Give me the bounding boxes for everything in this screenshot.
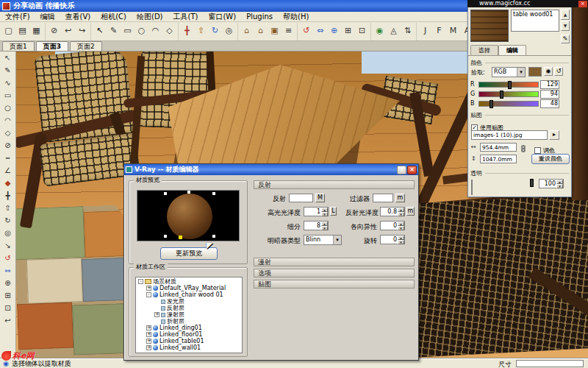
- undo-color-icon[interactable]: ↺: [554, 67, 563, 76]
- push-pull-icon[interactable]: ⇧: [194, 24, 208, 38]
- open-icon[interactable]: ▤: [15, 24, 29, 38]
- section-options[interactable]: 选项: [254, 269, 415, 277]
- house-icon[interactable]: ⌂: [240, 24, 254, 38]
- menu-item[interactable]: 编辑: [35, 12, 60, 21]
- arc-icon[interactable]: ◠: [1, 115, 15, 127]
- opacity-input[interactable]: 100▴▾: [539, 179, 564, 188]
- circle-icon[interactable]: ○: [1, 102, 15, 114]
- glossiness-map-button[interactable]: m: [406, 207, 415, 216]
- section-diffuse[interactable]: 漫射: [254, 258, 415, 266]
- line-icon[interactable]: ✎: [107, 24, 121, 38]
- rectangle-icon[interactable]: ▭: [1, 90, 15, 102]
- zoom-extents-icon[interactable]: ⊡: [1, 302, 15, 314]
- select-icon[interactable]: ↖: [93, 24, 107, 38]
- tree-item[interactable]: +漫射层: [137, 311, 241, 318]
- rotate-icon[interactable]: ↻: [208, 24, 222, 38]
- tab-edit[interactable]: 编辑: [498, 45, 526, 55]
- tree-item[interactable]: +Linked_wall01: [137, 344, 241, 351]
- position-camera-icon[interactable]: ◉: [373, 24, 387, 38]
- save-icon[interactable]: ▦: [29, 24, 43, 38]
- scroll-down-button[interactable]: ▼: [561, 21, 570, 31]
- vray-dialog-titlebar[interactable]: V-Ray -- 材质编辑器 ? ×: [124, 164, 418, 175]
- slider-value[interactable]: 48: [540, 99, 559, 108]
- expander-icon[interactable]: +: [146, 339, 151, 344]
- reflect-color-swatch[interactable]: [289, 194, 313, 202]
- pan-icon[interactable]: ⇔: [1, 265, 15, 277]
- tree-item[interactable]: 反射层: [137, 305, 241, 311]
- tree-item[interactable]: -场景材质: [137, 278, 241, 285]
- orbit-icon[interactable]: ↺: [299, 24, 313, 38]
- menu-item[interactable]: 相机(C): [96, 12, 132, 21]
- subdivs-input[interactable]: 8▴▾: [304, 221, 329, 230]
- menu-item[interactable]: 帮助(H): [278, 12, 314, 21]
- tape-measure-icon[interactable]: ┅: [1, 152, 15, 164]
- undo-icon[interactable]: ↩: [61, 24, 75, 38]
- orbit-icon[interactable]: ↺: [1, 252, 15, 264]
- freehand-icon[interactable]: ∿: [1, 77, 15, 89]
- menu-item[interactable]: 工具(T): [168, 12, 204, 21]
- map-width-field[interactable]: 954.4mm: [480, 143, 517, 152]
- section-reflection[interactable]: 反射: [254, 180, 415, 189]
- paint-bucket-icon[interactable]: ◆: [1, 177, 15, 189]
- box-icon[interactable]: ▣: [268, 24, 282, 38]
- tab-select[interactable]: 选择: [470, 45, 498, 55]
- zoom-window-icon[interactable]: ⊞: [341, 24, 355, 38]
- reflect-map-button[interactable]: M: [315, 194, 325, 202]
- arc-icon[interactable]: ◠: [148, 24, 162, 38]
- tree-item[interactable]: +Linked_ding01: [137, 325, 241, 331]
- menu-item[interactable]: 窗口(W): [203, 12, 241, 21]
- eraser-icon[interactable]: ⊘: [47, 24, 61, 38]
- expander-icon[interactable]: +: [146, 332, 151, 337]
- line-icon[interactable]: ✎: [1, 65, 15, 77]
- eraser-icon[interactable]: ⊘: [1, 140, 15, 152]
- menu-item[interactable]: 文件(F): [0, 12, 35, 21]
- filter-color-swatch[interactable]: [373, 194, 393, 202]
- move-icon[interactable]: ╋: [180, 24, 194, 38]
- menu-item[interactable]: 绘图(D): [132, 12, 168, 21]
- zoom-extents-icon[interactable]: ⊡: [355, 24, 369, 38]
- dimensions-input[interactable]: [516, 360, 584, 367]
- scroll-up-button[interactable]: ▲: [561, 10, 570, 20]
- reset-color-button[interactable]: 重设颜色: [531, 154, 570, 164]
- redo-icon[interactable]: ↪: [75, 24, 89, 38]
- selection-handle[interactable]: [179, 236, 182, 239]
- rotate-icon[interactable]: ↻: [1, 215, 15, 227]
- shadow-mar-icon[interactable]: M: [446, 24, 460, 38]
- R-slider[interactable]: [478, 82, 539, 88]
- page-tab[interactable]: 页面1: [2, 41, 35, 51]
- glossiness-lock-button[interactable]: L: [330, 207, 337, 216]
- shadow-jan-icon[interactable]: J: [418, 24, 432, 38]
- offset-icon[interactable]: ◎: [1, 227, 15, 239]
- stairs-icon[interactable]: ≡: [282, 24, 295, 38]
- expander-icon[interactable]: -: [146, 292, 151, 297]
- new-icon[interactable]: ▢: [1, 24, 15, 38]
- browse-map-button[interactable]: ▸: [549, 130, 559, 140]
- preview-canvas[interactable]: [137, 190, 240, 241]
- push-pull-icon[interactable]: ⇧: [1, 202, 15, 214]
- edit-pencil-button[interactable]: ✎: [561, 35, 570, 43]
- walk-icon[interactable]: ⇅: [401, 24, 415, 38]
- expander-icon[interactable]: +: [146, 325, 151, 330]
- rotation-input[interactable]: 0▴▾: [380, 235, 405, 244]
- expander-icon[interactable]: +: [154, 312, 159, 317]
- offset-icon[interactable]: ◎: [222, 24, 236, 38]
- close-window-button[interactable]: ×: [578, 1, 587, 7]
- zoom-icon[interactable]: ⊕: [327, 24, 341, 38]
- map-file-field[interactable]: images-1 (10).jpg: [471, 130, 548, 140]
- circle-icon[interactable]: ○: [135, 24, 148, 38]
- expander-icon[interactable]: +: [146, 345, 151, 350]
- tree-item[interactable]: +Linked_floor01: [137, 331, 241, 338]
- help-button[interactable]: ?: [397, 166, 406, 174]
- G-slider[interactable]: [478, 91, 539, 97]
- tree-item[interactable]: 发光层: [137, 298, 241, 305]
- filter-map-button[interactable]: m: [395, 194, 405, 202]
- shadow-feb-icon[interactable]: F: [432, 24, 446, 38]
- slider-value[interactable]: 94: [540, 90, 559, 99]
- opacity-slider[interactable]: [471, 180, 473, 195]
- picker-select[interactable]: RGB▾: [492, 67, 526, 77]
- tree-item[interactable]: +Linked_table01: [137, 338, 241, 344]
- shed-icon[interactable]: ⌂: [254, 24, 268, 38]
- section-maps[interactable]: 贴图: [254, 280, 415, 289]
- current-color-swatch[interactable]: [528, 67, 542, 77]
- expander-icon[interactable]: +: [146, 286, 151, 291]
